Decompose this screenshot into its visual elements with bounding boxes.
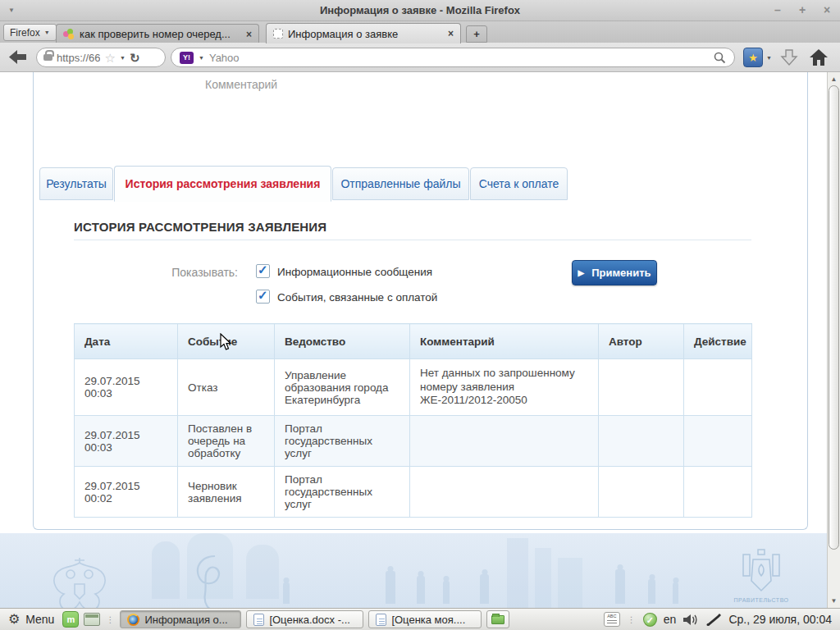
taskbar-item-document1[interactable]: [Оценка.docx -... <box>246 610 363 628</box>
table-header-row: Дата Событие Ведомство Комментарий Автор… <box>75 324 752 359</box>
new-tab-button[interactable]: + <box>466 25 487 43</box>
checkbox-label-payment-events[interactable]: События, связанные с оплатой <box>277 291 437 304</box>
column-author[interactable]: Автор <box>599 324 684 359</box>
tray-divider: ⋮ <box>627 615 637 624</box>
filter-label: Показывать: <box>119 266 238 279</box>
tab-invoices[interactable]: Счета к оплате <box>470 167 568 200</box>
cell-date: 29.07.2015 00:03 <box>75 359 178 416</box>
update-shield-icon[interactable]: ✓ <box>643 613 657 627</box>
taskbar-item-label: Информация о... <box>144 614 227 626</box>
url-text[interactable]: https://66 <box>57 52 100 64</box>
government-label: ПРАВИТЕЛЬСТВО <box>716 597 806 603</box>
cell-date: 29.07.2015 00:03 <box>75 416 178 467</box>
cell-action <box>684 416 752 467</box>
scrollbar-up-icon[interactable]: ▲ <box>828 75 840 83</box>
spellcheck-tray-icon[interactable]: ABC <box>604 612 620 627</box>
clock[interactable]: Ср., 29 июля, 00:04 <box>728 613 835 626</box>
favicon-placeholder <box>273 29 283 39</box>
table-row: 29.07.2015 00:03 Поставлен в очередь на … <box>75 416 752 467</box>
cell-comment <box>410 416 599 467</box>
cell-author <box>599 416 684 467</box>
yahoo-logo-icon: Y! <box>180 52 194 64</box>
maximize-button[interactable]: + <box>796 3 809 16</box>
tab-close-icon[interactable]: × <box>246 29 252 40</box>
page-footer: ПРАВИТЕЛЬСТВО <box>0 533 840 608</box>
search-icon[interactable] <box>714 52 726 64</box>
firefox-menu-button[interactable]: Firefox ▼ <box>3 24 57 41</box>
bookmark-star-icon[interactable]: ☆ <box>104 52 115 64</box>
menu-label: Menu <box>25 613 54 626</box>
taskbar: ⚙ Menu m ⋮ Информация о... [Оценка.docx … <box>0 608 840 630</box>
table-row: 29.07.2015 00:02 Черновик заявления Порт… <box>75 467 752 518</box>
section-divider <box>74 240 751 240</box>
cell-event: Черновик заявления <box>178 467 275 518</box>
cell-event: Поставлен в очередь на обработку <box>178 416 275 467</box>
bookmarks-button[interactable]: ★ <box>743 48 763 67</box>
speaker-icon[interactable] <box>682 614 699 626</box>
scrollbar-down-icon[interactable]: ▼ <box>828 597 840 605</box>
cell-event: Отказ <box>178 359 275 416</box>
scrollbar-thumb[interactable] <box>829 85 839 550</box>
chevron-down-icon[interactable]: ▼ <box>199 55 204 61</box>
firefox-menu-label: Firefox <box>10 27 40 39</box>
checkbox-payment-events[interactable]: ✓ <box>256 290 270 304</box>
column-date[interactable]: Дата <box>75 324 178 359</box>
column-comment[interactable]: Комментарий <box>410 324 599 359</box>
taskbar-item-firefox[interactable]: Информация о... <box>120 610 241 628</box>
tab-history[interactable]: История рассмотрения заявления <box>114 166 331 202</box>
taskbar-item-label: [Оценка.docx -... <box>269 614 349 626</box>
tablet-pen-icon[interactable] <box>705 613 722 626</box>
browser-tab-active[interactable]: Информация о заявке × <box>266 23 461 43</box>
tab-results[interactable]: Результаты <box>39 167 113 200</box>
document-icon <box>376 614 386 626</box>
cell-comment <box>410 467 599 518</box>
check-icon: ✓ <box>258 262 268 277</box>
home-icon[interactable] <box>809 48 829 66</box>
taskbar-item-folder[interactable] <box>486 610 509 628</box>
tab-title: как проверить номер очеред... <box>80 28 241 40</box>
search-input[interactable]: Yahoo <box>209 52 709 64</box>
cell-author <box>599 467 684 518</box>
favicon-colorful <box>63 29 75 40</box>
window-titlebar: ▼ Информация о заявке - Mozilla Firefox … <box>0 0 840 21</box>
coat-of-arms-icon <box>48 556 112 608</box>
tab-title: Информация о заявке <box>288 28 443 40</box>
taskbar-item-label: [Оценка моя.... <box>391 614 465 626</box>
government-emblem-icon <box>728 548 794 596</box>
back-button[interactable] <box>8 49 28 65</box>
url-bar[interactable]: https://66 ☆ ▼ ↻ <box>36 48 166 67</box>
apply-button[interactable]: ▶ Применить <box>572 260 657 285</box>
tab-sent-files[interactable]: Отправленные файлы <box>332 167 469 200</box>
cell-comment: Нет данных по запрошенному номеру заявле… <box>410 359 599 416</box>
column-action[interactable]: Действие <box>684 324 752 359</box>
mouse-cursor <box>220 333 232 351</box>
cell-author <box>599 359 684 416</box>
check-icon: ✓ <box>258 288 268 303</box>
checkbox-label-info-messages[interactable]: Информационные сообщения <box>277 266 432 278</box>
reload-icon[interactable]: ↻ <box>130 52 140 64</box>
chevron-down-icon[interactable]: ▼ <box>120 55 126 61</box>
mint-logo-icon[interactable]: m <box>62 611 79 628</box>
show-desktop-icon[interactable] <box>84 613 100 626</box>
close-button[interactable]: × <box>820 3 833 16</box>
menu-button[interactable]: ⚙ Menu <box>5 613 57 626</box>
minimize-button[interactable]: – <box>771 3 784 16</box>
checkbox-info-messages[interactable]: ✓ <box>256 264 270 278</box>
tab-close-icon[interactable]: × <box>448 28 454 39</box>
scrollbar[interactable]: ▲ ▼ <box>827 72 840 608</box>
download-icon[interactable] <box>779 48 799 67</box>
comment-field-label: Комментарий <box>205 78 277 91</box>
keyboard-layout-indicator[interactable]: en <box>664 613 677 626</box>
column-department[interactable]: Ведомство <box>275 324 410 359</box>
navigation-toolbar: https://66 ☆ ▼ ↻ Y! ▼ Yahoo ★ ▼ <box>0 43 840 72</box>
chevron-down-icon[interactable]: ▼ <box>766 55 772 61</box>
table-row: 29.07.2015 00:03 Отказ Управление образо… <box>75 359 752 416</box>
cell-action <box>684 467 752 518</box>
search-bar[interactable]: Y! ▼ Yahoo <box>171 48 735 67</box>
cell-department: Управление образования города Екатеринбу… <box>275 359 410 416</box>
browser-tab-inactive[interactable]: как проверить номер очеред... × <box>56 24 259 43</box>
folder-icon <box>491 615 504 624</box>
abc-label: ABC <box>607 614 616 619</box>
play-icon: ▶ <box>578 269 584 277</box>
taskbar-item-document2[interactable]: [Оценка моя.... <box>368 610 482 628</box>
